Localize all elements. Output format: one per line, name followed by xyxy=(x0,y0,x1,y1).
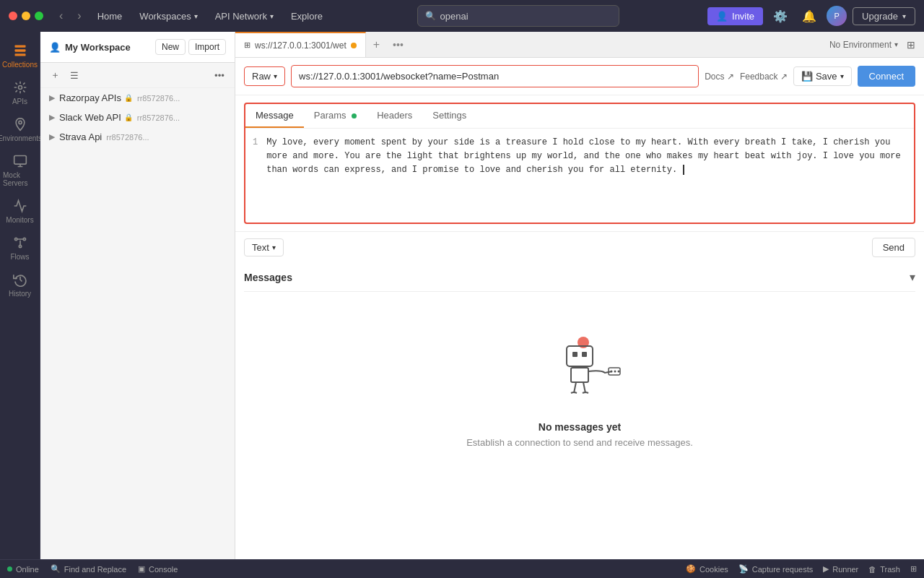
sidebar: Collections APIs Environments Mock Serve… xyxy=(0,32,40,559)
method-selector[interactable]: Raw ▾ xyxy=(244,66,285,86)
api-network-menu[interactable]: API Network ▾ xyxy=(209,8,279,25)
header-actions: New Import xyxy=(155,39,226,55)
docs-link[interactable]: Docs ↗ xyxy=(705,72,734,82)
collections-icon xyxy=(13,43,27,58)
svg-point-8 xyxy=(19,245,21,247)
svg-point-17 xyxy=(618,371,620,373)
method-chevron-icon: ▾ xyxy=(274,72,277,80)
collection-item-razorpay[interactable]: ▶ Razorpay APIs 🔒 rr8572876... xyxy=(40,88,235,108)
env-chevron-icon: ▾ xyxy=(894,40,898,48)
sidebar-item-collections[interactable]: Collections xyxy=(0,38,40,74)
send-button[interactable]: Send xyxy=(872,238,915,257)
trash-button[interactable]: 🗑 Trash xyxy=(868,564,900,574)
cookies-button[interactable]: 🍪 Cookies xyxy=(686,564,728,574)
mock-servers-icon xyxy=(13,154,27,168)
message-text: My love, every moment spent by your side… xyxy=(266,136,907,215)
websocket-icon: ⊞ xyxy=(244,40,250,50)
find-replace-button[interactable]: 🔍 Find and Replace xyxy=(51,564,126,574)
cursor xyxy=(683,165,684,175)
nav-forward-button[interactable]: › xyxy=(73,8,85,24)
settings-button[interactable]: ⚙️ xyxy=(769,7,792,26)
message-editor[interactable]: 1 My love, every moment spent by your si… xyxy=(245,129,914,223)
tab-settings[interactable]: Settings xyxy=(422,104,476,128)
sidebar-item-apis[interactable]: APIs xyxy=(0,74,40,111)
svg-rect-1 xyxy=(14,49,25,51)
save-button[interactable]: 💾 Save ▾ xyxy=(793,66,852,86)
close-window-button[interactable] xyxy=(9,12,17,20)
minimize-window-button[interactable] xyxy=(22,12,30,20)
collections-panel-header: 👤 My Workspace New Import xyxy=(40,32,235,63)
invite-button[interactable]: 👤 Invite xyxy=(707,7,763,25)
runner-button[interactable]: ▶ Runner xyxy=(823,564,858,574)
status-right: 🍪 Cookies 📡 Capture requests ▶ Runner 🗑 … xyxy=(686,564,917,574)
collection-item-slack[interactable]: ▶ Slack Web API 🔒 rr8572876... xyxy=(40,108,235,127)
tab-active-dot xyxy=(351,43,357,48)
notifications-button[interactable]: 🔔 xyxy=(798,7,821,26)
apis-icon xyxy=(13,80,27,95)
sidebar-item-monitors[interactable]: Monitors xyxy=(0,193,40,230)
layout-icon: ⊞ xyxy=(910,564,917,574)
search-input[interactable] xyxy=(440,11,611,22)
messages-title: Messages xyxy=(244,272,292,283)
svg-line-19 xyxy=(583,382,585,393)
message-type-selector[interactable]: Text ▾ xyxy=(244,238,284,256)
avatar-button[interactable]: P xyxy=(827,6,847,26)
send-bar: Text ▾ Send xyxy=(235,231,924,263)
upgrade-button[interactable]: Upgrade ▾ xyxy=(853,7,915,25)
request-bar: Raw ▾ Docs ↗ Feedback ↗ 💾 Save ▾ Connect xyxy=(235,58,924,95)
monitors-icon xyxy=(13,199,27,213)
filter-button[interactable]: ☰ xyxy=(67,67,82,83)
traffic-lights xyxy=(9,12,43,20)
capture-button[interactable]: 📡 Capture requests xyxy=(738,564,813,574)
env-grid-icon: ⊞ xyxy=(907,39,915,51)
tab-more-button[interactable]: ••• xyxy=(387,39,409,51)
explore-link[interactable]: Explore xyxy=(285,8,328,25)
tab-params[interactable]: Params xyxy=(304,104,367,128)
global-search-bar[interactable]: 🔍 xyxy=(417,5,619,27)
workspaces-menu[interactable]: Workspaces ▾ xyxy=(134,8,203,25)
online-dot xyxy=(7,566,12,571)
type-chevron-icon: ▾ xyxy=(272,243,276,251)
sidebar-item-mock-servers[interactable]: Mock Servers xyxy=(0,148,40,193)
new-button[interactable]: New xyxy=(155,39,186,55)
svg-rect-0 xyxy=(14,46,25,48)
feedback-link[interactable]: Feedback ↗ xyxy=(740,72,788,82)
history-icon xyxy=(13,272,27,287)
add-collection-button[interactable]: ＋ xyxy=(48,67,63,83)
maximize-window-button[interactable] xyxy=(35,12,43,20)
save-icon: 💾 xyxy=(801,71,813,82)
tab-bar: ⊞ ws://127.0.0.1:3001/wet + ••• No Envir… xyxy=(235,32,924,58)
console-icon: ▣ xyxy=(138,564,145,574)
svg-rect-12 xyxy=(582,352,587,357)
message-tabs: Message Params Headers Settings xyxy=(245,104,914,129)
tab-headers[interactable]: Headers xyxy=(367,104,422,128)
no-messages-subtitle: Establish a connection to send and recei… xyxy=(466,437,693,448)
url-input[interactable] xyxy=(291,65,699,87)
topbar: ‹ › Home Workspaces ▾ API Network ▾ Expl… xyxy=(0,0,924,32)
layout-toggle-button[interactable]: ⊞ xyxy=(910,564,917,574)
messages-toggle-button[interactable]: ▾ xyxy=(910,270,915,284)
svg-rect-10 xyxy=(567,346,593,366)
import-button[interactable]: Import xyxy=(188,39,226,55)
line-numbers: 1 xyxy=(253,136,258,215)
upgrade-chevron-icon: ▾ xyxy=(902,12,906,20)
online-status[interactable]: Online xyxy=(7,565,39,574)
home-link[interactable]: Home xyxy=(92,8,128,25)
lock-icon: 🔒 xyxy=(124,94,133,102)
collection-item-strava[interactable]: ▶ Strava Api rr8572876... xyxy=(40,127,235,147)
nav-back-button[interactable]: ‹ xyxy=(55,8,67,24)
sidebar-item-history[interactable]: History xyxy=(0,267,40,303)
websocket-tab[interactable]: ⊞ ws://127.0.0.1:3001/wet xyxy=(235,32,366,57)
collections-list: ▶ Razorpay APIs 🔒 rr8572876... ▶ Slack W… xyxy=(40,88,235,147)
tab-message[interactable]: Message xyxy=(245,104,304,128)
console-button[interactable]: ▣ Console xyxy=(138,564,178,574)
connect-button[interactable]: Connect xyxy=(858,66,915,87)
sidebar-item-flows[interactable]: Flows xyxy=(0,230,40,267)
sidebar-item-environments[interactable]: Environments xyxy=(0,111,40,148)
collections-toolbar: ＋ ☰ ••• xyxy=(40,63,235,88)
add-tab-button[interactable]: + xyxy=(366,38,387,51)
request-actions: Docs ↗ Feedback ↗ 💾 Save ▾ xyxy=(705,66,851,86)
environment-selector[interactable]: No Environment ▾ ⊞ xyxy=(821,39,924,51)
more-options-button[interactable]: ••• xyxy=(212,69,227,82)
no-messages-title: No messages yet xyxy=(539,421,621,433)
